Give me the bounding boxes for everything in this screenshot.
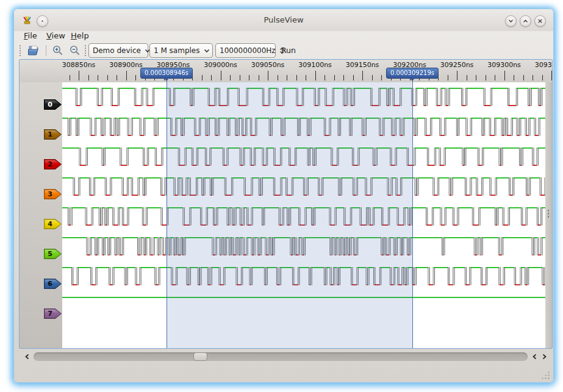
maximize-button[interactable] [520, 15, 531, 27]
sample-count-select[interactable]: 1 M samples [149, 43, 213, 58]
ruler-tick-label: 308850ns [62, 61, 96, 69]
minor-tick [306, 75, 306, 80]
major-tick [362, 71, 363, 80]
close-button[interactable] [534, 15, 546, 27]
horizontal-scrollbar[interactable] [19, 351, 553, 362]
menu-help[interactable]: Help [70, 31, 90, 42]
minor-tick [259, 75, 259, 80]
menu-view[interactable]: View [45, 31, 66, 42]
minor-tick [202, 75, 203, 80]
minor-tick [135, 75, 136, 80]
run-button[interactable]: Run [278, 43, 299, 57]
scroll-left-button-2[interactable] [530, 352, 539, 362]
minor-tick [542, 75, 543, 80]
channel-tag-0[interactable]: 0 [44, 99, 62, 110]
channel-tag-5[interactable]: 5 [44, 249, 62, 259]
resize-grip[interactable] [541, 371, 550, 379]
minor-tick [334, 75, 335, 80]
trace-view[interactable]: 01234567 308850ns308900ns308950ns309000n… [19, 59, 553, 349]
time-ruler[interactable]: 308850ns308900ns308950ns309000ns309050ns… [20, 60, 552, 82]
minor-tick [353, 75, 354, 80]
vertical-scrollbar[interactable] [545, 82, 552, 349]
cursor-second-line[interactable] [412, 79, 413, 349]
channel-tag-number: 5 [44, 249, 56, 259]
major-tick [79, 71, 79, 80]
titlebar[interactable]: PulseView [14, 9, 553, 31]
zoom-out-button[interactable] [66, 43, 82, 59]
cursor-first-line[interactable] [167, 79, 167, 349]
samplerate-value: 1000000000Hz [216, 46, 279, 55]
channel-tag-1[interactable]: 1 [44, 129, 62, 140]
device-select[interactable]: Demo device [88, 43, 148, 58]
minor-tick [107, 75, 108, 80]
minor-tick [486, 75, 486, 80]
ruler-tick-label: 309050ns [251, 61, 285, 69]
scrollbar-grip-icon [547, 209, 550, 219]
ruler-tick-label: 308900ns [109, 61, 143, 69]
major-tick [268, 71, 268, 80]
ruler-tick-label: 309350ns [535, 61, 553, 69]
waveform-canvas[interactable] [62, 82, 546, 349]
minor-tick [325, 75, 325, 80]
channel-tag-4[interactable]: 4 [44, 219, 62, 229]
minor-tick [98, 75, 98, 80]
minor-tick [476, 75, 476, 80]
open-file-button[interactable] [24, 43, 42, 59]
ruler-tick-label: 309000ns [204, 61, 237, 69]
minimize-button[interactable] [505, 15, 517, 27]
chevron-down-icon [204, 49, 210, 53]
major-tick [126, 71, 127, 80]
major-tick [551, 71, 552, 80]
toolbar-separator [46, 45, 46, 56]
minor-tick [287, 75, 287, 80]
menu-file[interactable]: File [23, 31, 38, 42]
cursor-first-flag[interactable]: 0.000308946s [140, 68, 193, 79]
channel-tag-number: 3 [44, 189, 56, 199]
minor-tick [523, 75, 524, 80]
waveform-area[interactable] [62, 82, 546, 349]
ruler-tick-label: 309250ns [440, 61, 474, 69]
minor-tick [230, 75, 231, 80]
channel-tag-number: 4 [44, 219, 56, 229]
minor-tick [343, 75, 344, 80]
zoom-in-button[interactable] [49, 43, 65, 59]
scrollbar-track[interactable] [34, 352, 528, 361]
scroll-left-button[interactable] [23, 352, 31, 362]
minor-tick [448, 75, 448, 80]
channel-tag-number: 6 [44, 279, 56, 289]
minor-tick [514, 75, 514, 80]
channel-tag-number: 7 [44, 308, 56, 319]
pulseview-window: PulseView File View Help [13, 9, 554, 383]
channel-tag-number: 0 [44, 99, 56, 110]
ruler-tick-label: 309100ns [298, 61, 332, 69]
channel-tag-6[interactable]: 6 [44, 279, 62, 289]
major-tick [457, 71, 457, 80]
samplerate-spinbox[interactable]: 1000000000Hz [215, 43, 276, 58]
major-tick [315, 71, 316, 80]
minor-tick [117, 75, 117, 80]
minor-tick [381, 75, 382, 80]
scroll-right-button[interactable] [540, 352, 548, 362]
major-tick [504, 71, 505, 80]
toolbar: Demo device 1 M samples 1000000000Hz Run [14, 42, 553, 59]
channel-tag-2[interactable]: 2 [44, 159, 62, 169]
channel-tag-7[interactable]: 7 [44, 308, 62, 319]
toolbar-drag-handle[interactable] [84, 44, 87, 57]
minor-tick [278, 75, 278, 80]
minor-tick [372, 75, 373, 80]
menu-bar: File View Help [14, 31, 553, 42]
channel-tag-3[interactable]: 3 [44, 189, 62, 199]
channel-tag-number: 1 [44, 129, 56, 140]
minor-tick [533, 75, 533, 80]
scrollbar-thumb[interactable] [193, 352, 207, 361]
channel-label-gutter: 01234567 [20, 82, 62, 349]
minor-tick [495, 75, 495, 80]
channel-tag-number: 2 [44, 159, 56, 169]
ruler-tick-label: 309300ns [487, 61, 521, 69]
window-title: PulseView [14, 9, 553, 31]
toolbar-drag-handle[interactable] [19, 44, 22, 57]
minor-tick [249, 75, 249, 80]
minor-tick [70, 75, 70, 80]
major-tick [221, 71, 221, 80]
cursor-second-flag[interactable]: 0.000309219s [386, 68, 439, 79]
